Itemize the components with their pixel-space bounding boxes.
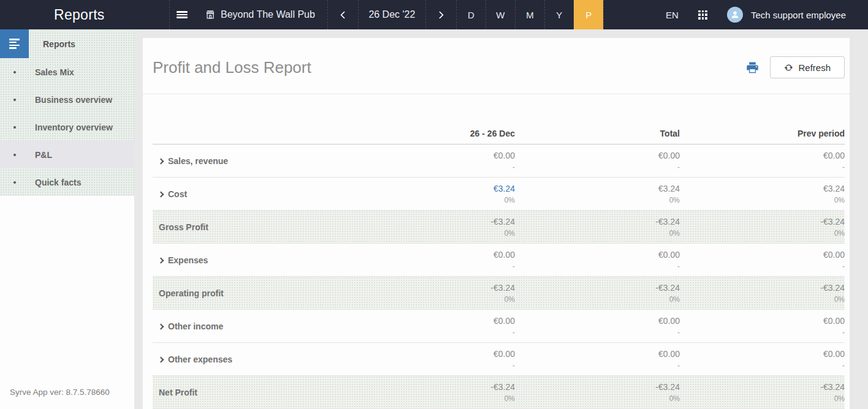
bullet-icon — [13, 126, 16, 129]
row-label-cell[interactable]: Other income — [153, 310, 350, 342]
value-cell: -€3.240% — [515, 277, 680, 309]
user-name: Tech support employee — [751, 10, 846, 20]
sub-amount: 0% — [504, 229, 515, 238]
sub-amount: 0% — [504, 196, 515, 204]
next-period-button[interactable] — [425, 0, 456, 29]
person-icon — [730, 10, 740, 20]
value-cell: €0.00- — [515, 244, 680, 276]
value-cell: €3.240% — [515, 178, 680, 210]
language-button[interactable]: EN — [666, 10, 679, 20]
period-d-button[interactable]: D — [456, 0, 485, 29]
value-cell: -€3.240% — [350, 277, 515, 309]
sidebar-menu: Reports Sales MixBusiness overviewInvent… — [0, 29, 134, 196]
row-label-cell: Net Profit — [153, 376, 350, 408]
apps-grid-icon[interactable] — [698, 10, 707, 20]
column-header: Prev period — [680, 94, 845, 144]
refresh-label: Refresh — [798, 62, 831, 73]
prev-period-button[interactable] — [327, 0, 358, 29]
bullet-icon — [13, 154, 16, 156]
print-button[interactable] — [746, 61, 759, 74]
amount: -€3.24 — [655, 217, 680, 227]
sidebar-item-label: Business overview — [35, 95, 112, 105]
amount: -€3.24 — [820, 382, 845, 392]
table-header-row: 26 - 26 DecTotalPrev period — [153, 94, 845, 144]
value-cell: -€3.240% — [515, 376, 680, 408]
menu-button[interactable] — [169, 0, 194, 29]
sidebar-items: Sales MixBusiness overviewInventory over… — [0, 58, 134, 196]
row-label-cell[interactable]: Cost — [153, 178, 350, 210]
row-label: Cost — [168, 189, 187, 199]
period-y-button[interactable]: Y — [544, 0, 574, 29]
reports-list-icon — [0, 29, 29, 58]
report-actions: Refresh — [746, 56, 845, 78]
row-label: Net Profit — [159, 388, 197, 397]
table-row: Other income€0.00-€0.00-€0.00- — [153, 310, 845, 343]
amount-link[interactable]: €3.24 — [493, 184, 515, 193]
period-switcher: DWMYP — [456, 0, 604, 29]
table-row: Cost€3.240%€3.240%€3.240% — [153, 178, 845, 211]
expand-chevron-icon — [158, 356, 164, 362]
sidebar-item-sales-mix[interactable]: Sales Mix — [0, 58, 134, 86]
sidebar-item-label: Sales Mix — [35, 67, 74, 77]
period-w-button[interactable]: W — [485, 0, 515, 29]
row-label-cell[interactable]: Sales, revenue — [153, 144, 350, 177]
sidebar-item-business-overview[interactable]: Business overview — [0, 86, 134, 113]
sub-amount: 0% — [669, 229, 680, 238]
sub-amount: - — [842, 328, 845, 337]
column-header: Total — [515, 94, 680, 144]
pl-table: 26 - 26 DecTotalPrev periodSales, revenu… — [143, 94, 850, 409]
amount: €0.00 — [658, 349, 680, 359]
value-cell: €0.00- — [350, 343, 515, 375]
sub-amount: 0% — [504, 295, 515, 304]
row-label-cell[interactable]: Other expenses — [153, 343, 350, 375]
sidebar: Reports Sales MixBusiness overviewInvent… — [0, 29, 134, 409]
sidebar-item-label: Inventory overview — [35, 122, 113, 132]
amount: €0.00 — [493, 151, 515, 160]
amount: €0.00 — [823, 316, 845, 326]
sidebar-item-quick-facts[interactable]: Quick facts — [0, 168, 134, 196]
value-cell: €0.00- — [680, 343, 845, 375]
store-icon — [205, 10, 215, 20]
amount: €3.24 — [658, 184, 680, 193]
value-cell: -€3.240% — [515, 211, 680, 243]
value-cell: -€3.240% — [350, 211, 515, 243]
expand-chevron-icon — [158, 257, 164, 263]
row-label-cell[interactable]: Expenses — [153, 244, 350, 276]
sidebar-item-p-l[interactable]: P&L — [0, 141, 134, 168]
refresh-button[interactable]: Refresh — [770, 56, 845, 78]
page-title: Reports — [0, 7, 134, 23]
sidebar-item-reports[interactable]: Reports — [0, 29, 134, 58]
sidebar-header-label: Reports — [43, 39, 75, 49]
sub-amount: - — [842, 262, 845, 271]
value-cell: -€3.240% — [680, 277, 845, 309]
column-header: 26 - 26 Dec — [350, 94, 515, 144]
table-row: Sales, revenue€0.00-€0.00-€0.00- — [153, 144, 845, 178]
amount: €0.00 — [658, 316, 680, 326]
value-cell: €3.240% — [350, 178, 515, 210]
period-p-button[interactable]: P — [574, 0, 603, 29]
value-cell: €0.00- — [680, 310, 845, 342]
value-cell: -€3.240% — [680, 211, 845, 243]
period-m-button[interactable]: M — [515, 0, 544, 29]
hamburger-icon — [177, 10, 188, 20]
value-cell: €0.00- — [350, 244, 515, 276]
value-cell: €0.00- — [680, 244, 845, 276]
date-display[interactable]: 26 Dec '22 — [358, 0, 425, 29]
report-title: Profit and Loss Report — [153, 58, 311, 77]
table-row: Expenses€0.00-€0.00-€0.00- — [153, 244, 845, 277]
store-name: Beyond The Wall Pub — [221, 9, 315, 20]
amount: €3.24 — [823, 184, 845, 193]
user-menu[interactable]: Tech support employee — [727, 7, 846, 23]
chevron-left-icon — [340, 11, 348, 19]
bullet-icon — [13, 71, 16, 73]
sidebar-item-inventory-overview[interactable]: Inventory overview — [0, 113, 134, 141]
store-selector[interactable]: Beyond The Wall Pub — [194, 0, 327, 29]
app-window: Reports Beyond The Wall Pub 26 Dec '22 D… — [0, 0, 868, 409]
value-cell: €0.00- — [515, 144, 680, 177]
main-content: Profit and Loss Report — [134, 29, 868, 409]
amount: €0.00 — [493, 349, 515, 359]
amount: €0.00 — [823, 250, 845, 260]
refresh-icon — [784, 63, 793, 72]
avatar — [727, 7, 743, 23]
amount: -€3.24 — [655, 283, 680, 293]
